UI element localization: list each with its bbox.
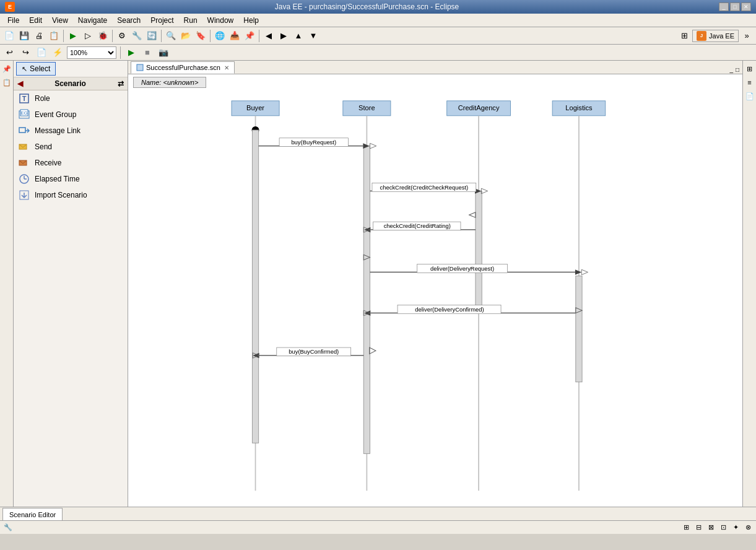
svg-rect-29 — [363, 146, 370, 454]
svg-text:deliver(DeliveryRequest): deliver(DeliveryRequest) — [430, 265, 494, 272]
main-tab[interactable]: SuccessfulPurchase.scn ✕ — [131, 61, 235, 74]
sync-button[interactable]: ⚡ — [51, 46, 64, 59]
status-right: ⊞ ⊟ ⊠ ⊡ ✦ ⊗ — [680, 522, 754, 533]
palette-item-event-group-label: Event Group — [35, 110, 76, 119]
menu-view[interactable]: View — [47, 15, 73, 26]
window-controls[interactable]: _ □ ✕ — [719, 2, 751, 11]
refresh-button[interactable]: 🔄 — [145, 29, 159, 43]
palette-item-message-link[interactable]: Message Link — [14, 123, 128, 139]
palette-item-import-scenario-label: Import Scenario — [35, 191, 87, 199]
import-button[interactable]: 📥 — [228, 29, 241, 43]
pin-button[interactable]: 📌 — [243, 29, 256, 43]
tab-label: SuccessfulPurchase.scn — [146, 64, 220, 71]
status-btn-3[interactable]: ⊠ — [705, 522, 716, 533]
tab-min-button[interactable]: _ — [729, 66, 734, 74]
palette-item-send[interactable]: Send — [14, 139, 128, 155]
svg-text:deliver(DeliveryConfirmed): deliver(DeliveryConfirmed) — [415, 306, 484, 313]
menu-edit[interactable]: Edit — [24, 15, 47, 26]
play-green-button[interactable]: ▶ — [124, 46, 138, 59]
svg-text:CreditAgency: CreditAgency — [458, 104, 500, 111]
undo-button[interactable]: ↩ — [2, 46, 16, 59]
left-icon-2[interactable]: 📋 — [1, 77, 12, 88]
sep1 — [63, 30, 64, 42]
scenario-section-label: Scenario — [54, 79, 86, 88]
menu-bar: File Edit View Navigate Search Project R… — [0, 14, 756, 27]
zoom-select[interactable]: 100% 75% 50% 150% — [67, 46, 116, 59]
toolbar-row2: ↩ ↪ 📄 ⚡ 100% 75% 50% 150% ▶ ■ 📷 — [0, 45, 756, 61]
new-button[interactable]: 📄 — [2, 29, 16, 43]
palette-item-event-group[interactable]: EG Event Group — [14, 107, 128, 123]
run-button[interactable]: ▶ — [66, 29, 80, 43]
nav-dn-button[interactable]: ▼ — [306, 29, 320, 43]
menu-window[interactable]: Window — [202, 15, 239, 26]
nav-up-button[interactable]: ▲ — [292, 29, 305, 43]
perspective-button[interactable]: ⊞ — [677, 29, 691, 43]
palette-section-scenario[interactable]: ◀ Scenario ⇄ — [14, 77, 128, 90]
print-button[interactable]: 🖨 — [32, 29, 46, 43]
globe-button[interactable]: 🌐 — [213, 29, 227, 43]
svg-marker-41 — [481, 188, 487, 194]
camera-button[interactable]: 📷 — [157, 46, 170, 59]
menu-search[interactable]: Search — [112, 15, 146, 26]
palette-item-elapsed-time[interactable]: Elapsed Time — [14, 171, 128, 187]
close-button[interactable]: ✕ — [741, 2, 751, 11]
status-btn-4[interactable]: ⊡ — [718, 522, 729, 533]
toolbar-overflow[interactable]: » — [740, 29, 754, 43]
status-btn-1[interactable]: ⊞ — [680, 522, 692, 533]
right-icon-2[interactable]: ≡ — [744, 77, 755, 88]
clean-button[interactable]: 🔧 — [130, 29, 144, 43]
build-button[interactable]: ⚙ — [115, 29, 129, 43]
menu-navigate[interactable]: Navigate — [73, 15, 112, 26]
search-ext-button[interactable]: 🔍 — [164, 29, 178, 43]
menu-file[interactable]: File — [2, 15, 24, 26]
editor-container: SuccessfulPurchase.scn ✕ _ □ Name: <unkn… — [128, 61, 742, 507]
role-icon: T — [19, 93, 30, 104]
palette-item-import-scenario[interactable]: Import Scenario — [14, 187, 128, 203]
nav-back-button[interactable]: ◀ — [262, 29, 276, 43]
debug-button[interactable]: 🐞 — [96, 29, 110, 43]
status-bar: 🔧 ⊞ ⊟ ⊠ ⊡ ✦ ⊗ — [0, 520, 756, 534]
status-icon-left[interactable]: 🔧 — [2, 522, 14, 533]
open-button[interactable]: 📂 — [179, 29, 193, 43]
tab-close-button[interactable]: ✕ — [224, 64, 229, 71]
sequence-diagram-svg: Buyer Store CreditAgency Logistics — [128, 93, 742, 507]
copy-button[interactable]: 📋 — [47, 29, 61, 43]
palette-item-role[interactable]: T Role — [14, 90, 128, 107]
status-btn-5[interactable]: ✦ — [730, 522, 741, 533]
cursor-icon: ↖ — [22, 65, 27, 73]
palette-panel: ↖ Select ◀ Scenario ⇄ T Role — [14, 61, 128, 507]
minimize-button[interactable]: _ — [719, 2, 729, 11]
tab-icon — [136, 64, 144, 71]
sep4 — [210, 30, 211, 42]
palette-item-message-link-label: Message Link — [35, 126, 80, 135]
svg-rect-30 — [476, 191, 482, 313]
palette-item-send-label: Send — [35, 142, 52, 151]
run-ext-button[interactable]: ▷ — [81, 29, 95, 43]
menu-help[interactable]: Help — [238, 15, 264, 26]
svg-rect-31 — [576, 276, 582, 382]
left-icon-1[interactable]: 📌 — [1, 63, 12, 74]
menu-run[interactable]: Run — [179, 15, 202, 26]
doc-button[interactable]: 📄 — [35, 46, 48, 59]
scenario-editor-tab[interactable]: Scenario Editor — [2, 508, 63, 520]
java-ee-badge[interactable]: J Java EE — [692, 30, 739, 42]
right-icon-3[interactable]: 📄 — [744, 90, 755, 102]
stop-button[interactable]: ■ — [141, 46, 154, 59]
tab-max-button[interactable]: □ — [735, 66, 740, 74]
java-ee-label: Java EE — [709, 32, 734, 40]
bookmark-button[interactable]: 🔖 — [194, 29, 207, 43]
palette-item-receive[interactable]: Receive — [14, 155, 128, 171]
save-button[interactable]: 💾 — [17, 29, 31, 43]
section-expand-icon: ⇄ — [118, 79, 124, 88]
status-btn-6[interactable]: ⊗ — [742, 522, 754, 533]
status-btn-2[interactable]: ⊟ — [693, 522, 704, 533]
maximize-button[interactable]: □ — [730, 2, 740, 11]
right-icon-1[interactable]: ⊞ — [744, 63, 755, 74]
svg-marker-64 — [370, 347, 376, 354]
select-button[interactable]: ↖ Select — [16, 62, 56, 76]
redo-button[interactable]: ↪ — [19, 46, 32, 59]
svg-text:checkCredit(CreditRating): checkCredit(CreditRating) — [384, 222, 451, 229]
menu-project[interactable]: Project — [146, 15, 178, 26]
nav-fwd-button[interactable]: ▶ — [277, 29, 290, 43]
tab-controls: _ □ — [729, 66, 742, 74]
